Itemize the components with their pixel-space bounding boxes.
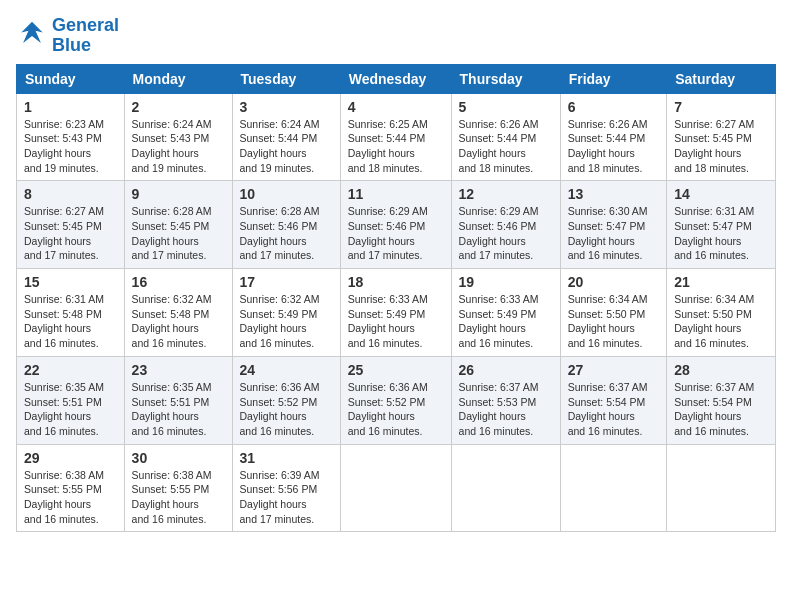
calendar-cell: 22 Sunrise: 6:35 AM Sunset: 5:51 PM Dayl… <box>17 356 125 444</box>
cell-info: Sunrise: 6:37 AM Sunset: 5:54 PM Dayligh… <box>568 380 660 439</box>
calendar-cell: 6 Sunrise: 6:26 AM Sunset: 5:44 PM Dayli… <box>560 93 667 181</box>
day-number: 23 <box>132 362 225 378</box>
calendar-cell <box>340 444 451 532</box>
calendar-cell: 25 Sunrise: 6:36 AM Sunset: 5:52 PM Dayl… <box>340 356 451 444</box>
svg-marker-0 <box>21 22 42 43</box>
day-number: 10 <box>240 186 333 202</box>
day-number: 20 <box>568 274 660 290</box>
calendar-cell: 12 Sunrise: 6:29 AM Sunset: 5:46 PM Dayl… <box>451 181 560 269</box>
day-header-sunday: Sunday <box>17 64 125 93</box>
cell-info: Sunrise: 6:38 AM Sunset: 5:55 PM Dayligh… <box>132 468 225 527</box>
day-header-monday: Monday <box>124 64 232 93</box>
calendar-week-5: 29 Sunrise: 6:38 AM Sunset: 5:55 PM Dayl… <box>17 444 776 532</box>
cell-info: Sunrise: 6:36 AM Sunset: 5:52 PM Dayligh… <box>240 380 333 439</box>
day-number: 12 <box>459 186 553 202</box>
day-number: 29 <box>24 450 117 466</box>
cell-info: Sunrise: 6:31 AM Sunset: 5:48 PM Dayligh… <box>24 292 117 351</box>
day-number: 28 <box>674 362 768 378</box>
day-header-tuesday: Tuesday <box>232 64 340 93</box>
calendar-header-row: SundayMondayTuesdayWednesdayThursdayFrid… <box>17 64 776 93</box>
cell-info: Sunrise: 6:32 AM Sunset: 5:49 PM Dayligh… <box>240 292 333 351</box>
day-number: 24 <box>240 362 333 378</box>
day-header-friday: Friday <box>560 64 667 93</box>
day-number: 11 <box>348 186 444 202</box>
day-number: 31 <box>240 450 333 466</box>
calendar-cell: 7 Sunrise: 6:27 AM Sunset: 5:45 PM Dayli… <box>667 93 776 181</box>
day-number: 6 <box>568 99 660 115</box>
calendar-cell: 23 Sunrise: 6:35 AM Sunset: 5:51 PM Dayl… <box>124 356 232 444</box>
calendar-cell: 14 Sunrise: 6:31 AM Sunset: 5:47 PM Dayl… <box>667 181 776 269</box>
cell-info: Sunrise: 6:27 AM Sunset: 5:45 PM Dayligh… <box>24 204 117 263</box>
calendar-cell: 26 Sunrise: 6:37 AM Sunset: 5:53 PM Dayl… <box>451 356 560 444</box>
day-number: 15 <box>24 274 117 290</box>
calendar-cell: 8 Sunrise: 6:27 AM Sunset: 5:45 PM Dayli… <box>17 181 125 269</box>
calendar-cell: 4 Sunrise: 6:25 AM Sunset: 5:44 PM Dayli… <box>340 93 451 181</box>
day-number: 17 <box>240 274 333 290</box>
calendar-cell: 9 Sunrise: 6:28 AM Sunset: 5:45 PM Dayli… <box>124 181 232 269</box>
calendar-cell: 29 Sunrise: 6:38 AM Sunset: 5:55 PM Dayl… <box>17 444 125 532</box>
cell-info: Sunrise: 6:38 AM Sunset: 5:55 PM Dayligh… <box>24 468 117 527</box>
cell-info: Sunrise: 6:28 AM Sunset: 5:45 PM Dayligh… <box>132 204 225 263</box>
cell-info: Sunrise: 6:27 AM Sunset: 5:45 PM Dayligh… <box>674 117 768 176</box>
cell-info: Sunrise: 6:29 AM Sunset: 5:46 PM Dayligh… <box>459 204 553 263</box>
calendar-week-4: 22 Sunrise: 6:35 AM Sunset: 5:51 PM Dayl… <box>17 356 776 444</box>
calendar-cell: 13 Sunrise: 6:30 AM Sunset: 5:47 PM Dayl… <box>560 181 667 269</box>
logo-text: General Blue <box>52 16 119 56</box>
calendar-cell: 18 Sunrise: 6:33 AM Sunset: 5:49 PM Dayl… <box>340 269 451 357</box>
cell-info: Sunrise: 6:32 AM Sunset: 5:48 PM Dayligh… <box>132 292 225 351</box>
day-number: 26 <box>459 362 553 378</box>
cell-info: Sunrise: 6:39 AM Sunset: 5:56 PM Dayligh… <box>240 468 333 527</box>
cell-info: Sunrise: 6:31 AM Sunset: 5:47 PM Dayligh… <box>674 204 768 263</box>
day-number: 1 <box>24 99 117 115</box>
day-number: 18 <box>348 274 444 290</box>
calendar-week-1: 1 Sunrise: 6:23 AM Sunset: 5:43 PM Dayli… <box>17 93 776 181</box>
day-number: 16 <box>132 274 225 290</box>
calendar-cell: 1 Sunrise: 6:23 AM Sunset: 5:43 PM Dayli… <box>17 93 125 181</box>
day-header-thursday: Thursday <box>451 64 560 93</box>
cell-info: Sunrise: 6:28 AM Sunset: 5:46 PM Dayligh… <box>240 204 333 263</box>
calendar-cell: 10 Sunrise: 6:28 AM Sunset: 5:46 PM Dayl… <box>232 181 340 269</box>
cell-info: Sunrise: 6:26 AM Sunset: 5:44 PM Dayligh… <box>459 117 553 176</box>
day-header-saturday: Saturday <box>667 64 776 93</box>
day-number: 21 <box>674 274 768 290</box>
day-number: 9 <box>132 186 225 202</box>
day-number: 4 <box>348 99 444 115</box>
day-number: 27 <box>568 362 660 378</box>
day-number: 19 <box>459 274 553 290</box>
calendar-cell: 31 Sunrise: 6:39 AM Sunset: 5:56 PM Dayl… <box>232 444 340 532</box>
cell-info: Sunrise: 6:35 AM Sunset: 5:51 PM Dayligh… <box>24 380 117 439</box>
cell-info: Sunrise: 6:34 AM Sunset: 5:50 PM Dayligh… <box>568 292 660 351</box>
day-number: 22 <box>24 362 117 378</box>
calendar-cell: 17 Sunrise: 6:32 AM Sunset: 5:49 PM Dayl… <box>232 269 340 357</box>
day-header-wednesday: Wednesday <box>340 64 451 93</box>
calendar-cell: 30 Sunrise: 6:38 AM Sunset: 5:55 PM Dayl… <box>124 444 232 532</box>
day-number: 13 <box>568 186 660 202</box>
calendar-week-2: 8 Sunrise: 6:27 AM Sunset: 5:45 PM Dayli… <box>17 181 776 269</box>
logo: General Blue <box>16 16 119 56</box>
calendar-cell: 15 Sunrise: 6:31 AM Sunset: 5:48 PM Dayl… <box>17 269 125 357</box>
calendar-cell: 11 Sunrise: 6:29 AM Sunset: 5:46 PM Dayl… <box>340 181 451 269</box>
day-number: 2 <box>132 99 225 115</box>
day-number: 3 <box>240 99 333 115</box>
calendar-cell: 27 Sunrise: 6:37 AM Sunset: 5:54 PM Dayl… <box>560 356 667 444</box>
calendar-cell: 19 Sunrise: 6:33 AM Sunset: 5:49 PM Dayl… <box>451 269 560 357</box>
cell-info: Sunrise: 6:37 AM Sunset: 5:54 PM Dayligh… <box>674 380 768 439</box>
page-header: General Blue <box>16 16 776 56</box>
cell-info: Sunrise: 6:24 AM Sunset: 5:43 PM Dayligh… <box>132 117 225 176</box>
calendar-cell: 21 Sunrise: 6:34 AM Sunset: 5:50 PM Dayl… <box>667 269 776 357</box>
calendar-cell: 20 Sunrise: 6:34 AM Sunset: 5:50 PM Dayl… <box>560 269 667 357</box>
day-number: 8 <box>24 186 117 202</box>
cell-info: Sunrise: 6:37 AM Sunset: 5:53 PM Dayligh… <box>459 380 553 439</box>
calendar-cell: 16 Sunrise: 6:32 AM Sunset: 5:48 PM Dayl… <box>124 269 232 357</box>
calendar-cell: 5 Sunrise: 6:26 AM Sunset: 5:44 PM Dayli… <box>451 93 560 181</box>
cell-info: Sunrise: 6:29 AM Sunset: 5:46 PM Dayligh… <box>348 204 444 263</box>
day-number: 7 <box>674 99 768 115</box>
cell-info: Sunrise: 6:33 AM Sunset: 5:49 PM Dayligh… <box>348 292 444 351</box>
cell-info: Sunrise: 6:25 AM Sunset: 5:44 PM Dayligh… <box>348 117 444 176</box>
calendar-table: SundayMondayTuesdayWednesdayThursdayFrid… <box>16 64 776 533</box>
cell-info: Sunrise: 6:24 AM Sunset: 5:44 PM Dayligh… <box>240 117 333 176</box>
cell-info: Sunrise: 6:35 AM Sunset: 5:51 PM Dayligh… <box>132 380 225 439</box>
calendar-cell: 2 Sunrise: 6:24 AM Sunset: 5:43 PM Dayli… <box>124 93 232 181</box>
cell-info: Sunrise: 6:36 AM Sunset: 5:52 PM Dayligh… <box>348 380 444 439</box>
day-number: 30 <box>132 450 225 466</box>
